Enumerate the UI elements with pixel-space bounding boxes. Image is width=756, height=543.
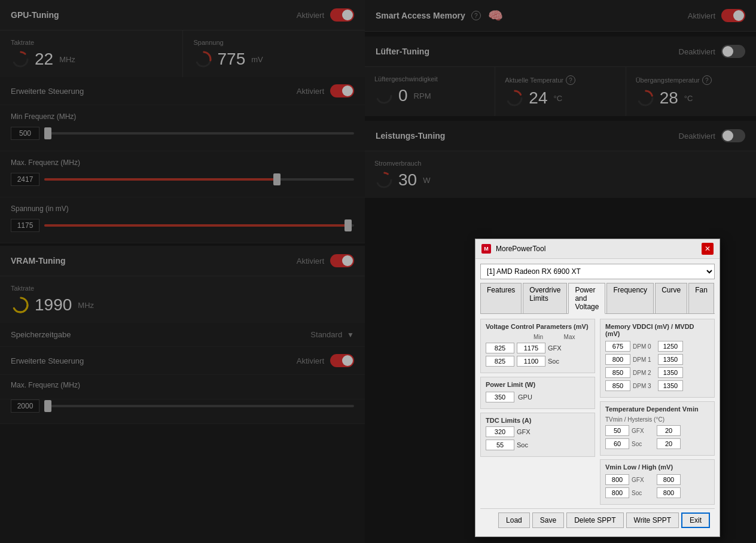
voltage-soc-row: Soc (486, 356, 590, 367)
dpm1-val2-input[interactable] (658, 354, 683, 365)
vmin-gfx-low-input[interactable] (605, 474, 629, 485)
dialog-footer: Load Save Delete SPPT Write SPPT Exit (480, 508, 715, 532)
power-limit-title: Power Limit (W) (486, 381, 590, 388)
tdc-soc-row: Soc (486, 440, 590, 450)
temp-gfx-val1-input[interactable] (605, 425, 629, 436)
main-layout: GPU-Tuning Aktiviert Taktrate 22 MHz (0, 0, 756, 543)
vmin-soc-label: Soc (632, 490, 654, 496)
power-limit-gpu-input[interactable] (486, 392, 514, 402)
dialog-title: MorePowerTool (496, 245, 545, 253)
dialog-overlay: M MorePowerTool ✕ [1] AMD Radeon RX 6900… (0, 0, 756, 543)
vmin-gfx-high-input[interactable] (657, 474, 681, 485)
dpm2-val1-input[interactable] (605, 367, 630, 378)
vol-min-label: Min (524, 334, 553, 340)
tdc-gfx-input[interactable] (486, 426, 514, 437)
temp-vmin-title: Temperature Dependent Vmin (605, 405, 709, 413)
tab-power-voltage[interactable]: Power and Voltage (568, 283, 605, 314)
dpm2-val2-input[interactable] (658, 367, 683, 378)
dialog-icon-label: M (484, 246, 489, 252)
tdc-soc-input[interactable] (486, 440, 514, 450)
dpm3-label: DPM 3 (633, 383, 656, 389)
write-sppt-button[interactable]: Write SPPT (626, 513, 679, 528)
tab-features[interactable]: Features (480, 283, 522, 313)
dpm1-row: DPM 1 (605, 354, 709, 365)
vmin-lowhigh-title: Vmin Low / High (mV) (605, 463, 709, 471)
voltage-gfx-row: GFX (486, 343, 590, 353)
tab-fan[interactable]: Fan (688, 283, 714, 313)
voltage-control-group: Voltage Control Parameters (mV) Min Max (480, 319, 595, 373)
memory-vddci-group: Memory VDDCI (mV) / MVDD (mV) DPM 0 DPM … (600, 319, 715, 398)
dpm0-val1-input[interactable] (605, 341, 630, 352)
dialog-gpu-select[interactable]: [1] AMD Radeon RX 6900 XT (480, 264, 715, 279)
vmin-lowhigh-group: Vmin Low / High (mV) GFX Soc (600, 459, 715, 505)
dialog-body: [1] AMD Radeon RX 6900 XT Features Overd… (475, 259, 720, 536)
dpm2-row: DPM 2 (605, 367, 709, 378)
dpm3-val2-input[interactable] (658, 380, 683, 391)
exit-button[interactable]: Exit (681, 513, 710, 528)
temp-vmin-subtitle: TVmin / Hystersis (°C) (605, 416, 709, 423)
voltage-gfx-min-input[interactable] (486, 343, 514, 353)
vmin-gfx-label: GFX (632, 477, 654, 483)
voltage-control-title: Voltage Control Parameters (mV) (486, 323, 590, 330)
tdc-gfx-label: GFX (517, 428, 534, 435)
temp-gfx-label: GFX (632, 428, 654, 434)
dialog-app-icon: M (481, 244, 491, 254)
vmin-soc-high-input[interactable] (657, 487, 681, 498)
memory-vddci-title: Memory VDDCI (mV) / MVDD (mV) (605, 323, 709, 337)
voltage-gfx-label: GFX (548, 344, 565, 352)
tab-curve[interactable]: Curve (655, 283, 687, 313)
dialog-close-button[interactable]: ✕ (702, 243, 714, 255)
voltage-soc-min-input[interactable] (486, 356, 514, 367)
vol-max-label: Max (555, 334, 584, 340)
voltage-gfx-max-input[interactable] (517, 343, 545, 353)
vmin-soc-row: Soc (605, 487, 709, 498)
dialog-right-col: Memory VDDCI (mV) / MVDD (mV) DPM 0 DPM … (600, 319, 715, 508)
dpm3-row: DPM 3 (605, 380, 709, 391)
dpm1-label: DPM 1 (633, 356, 656, 363)
tdc-limits-title: TDC Limits (A) (486, 417, 590, 424)
tdc-gfx-row: GFX (486, 426, 590, 437)
dialog-left-col: Voltage Control Parameters (mV) Min Max (480, 319, 595, 508)
dialog-content: Voltage Control Parameters (mV) Min Max (480, 319, 715, 508)
temp-gfx-row: GFX (605, 425, 709, 436)
temp-gfx-val2-input[interactable] (657, 425, 681, 436)
tdc-limits-group: TDC Limits (A) GFX Soc (480, 413, 595, 457)
power-limit-gpu-label: GPU (518, 393, 535, 401)
load-button[interactable]: Load (498, 513, 530, 528)
vol-col-spacer (517, 334, 522, 340)
voltage-control-headers: Min Max (486, 334, 590, 340)
morepowertool-dialog: M MorePowerTool ✕ [1] AMD Radeon RX 6900… (475, 239, 720, 537)
vol-col-min-header (486, 334, 514, 340)
temp-soc-val1-input[interactable] (605, 438, 629, 449)
temp-soc-row: Soc (605, 438, 709, 449)
dpm3-val1-input[interactable] (605, 380, 630, 391)
power-limit-group: Power Limit (W) GPU (480, 377, 595, 409)
voltage-soc-max-input[interactable] (517, 356, 545, 367)
dpm1-val1-input[interactable] (605, 354, 630, 365)
tdc-soc-label: Soc (517, 441, 534, 449)
vmin-gfx-row: GFX (605, 474, 709, 485)
save-button[interactable]: Save (532, 513, 564, 528)
dpm2-label: DPM 2 (633, 370, 656, 376)
temp-soc-val2-input[interactable] (657, 438, 681, 449)
voltage-soc-label: Soc (548, 358, 565, 365)
dpm0-row: DPM 0 (605, 341, 709, 352)
temp-vmin-group: Temperature Dependent Vmin TVmin / Hyste… (600, 401, 715, 456)
delete-sppt-button[interactable]: Delete SPPT (566, 513, 623, 528)
dialog-titlebar: M MorePowerTool ✕ (475, 239, 720, 259)
tab-frequency[interactable]: Frequency (606, 283, 654, 313)
tab-overdrive[interactable]: Overdrive Limits (523, 283, 567, 313)
power-limit-row: GPU (486, 392, 590, 402)
dialog-title-left: M MorePowerTool (481, 244, 545, 254)
dpm0-label: DPM 0 (633, 343, 656, 350)
dpm0-val2-input[interactable] (658, 341, 683, 352)
temp-soc-label: Soc (632, 441, 654, 447)
dialog-tabs: Features Overdrive Limits Power and Volt… (480, 283, 715, 314)
vmin-soc-low-input[interactable] (605, 487, 629, 498)
